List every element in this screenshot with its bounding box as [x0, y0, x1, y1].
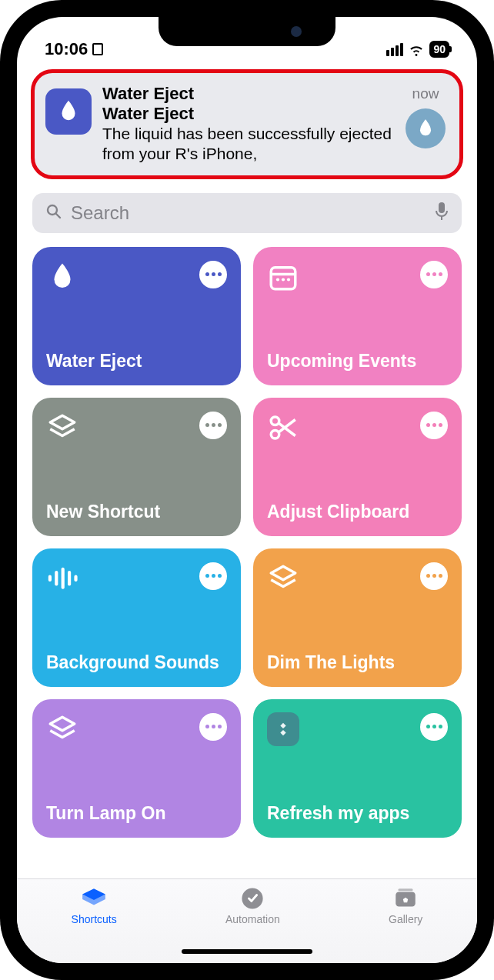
screen: 10:06 90 Wate — [17, 17, 477, 963]
status-right: 90 — [386, 41, 449, 58]
shortcut-tile-upcoming-events[interactable]: Upcoming Events — [253, 247, 462, 385]
tile-label: Dim The Lights — [267, 652, 448, 672]
layers-icon — [46, 713, 78, 745]
tab-gallery-label: Gallery — [389, 913, 422, 925]
tab-shortcuts[interactable]: Shortcuts — [72, 887, 117, 963]
more-button[interactable] — [420, 412, 448, 439]
tile-label: Upcoming Events — [267, 351, 448, 371]
tile-label: Refresh my apps — [267, 803, 448, 823]
tile-header — [267, 412, 448, 444]
notification-area: Water Eject Water Eject The liquid has b… — [17, 63, 477, 190]
soundwave-icon — [46, 562, 78, 595]
microphone-icon[interactable] — [434, 202, 449, 225]
notification-time: now — [412, 85, 439, 102]
svg-rect-16 — [68, 571, 71, 586]
tab-automation-label: Automation — [225, 913, 280, 925]
tile-label: New Shortcut — [46, 502, 227, 522]
shortcut-tile-water-eject[interactable]: Water Eject — [32, 247, 241, 385]
tile-label: Water Eject — [46, 351, 227, 371]
water-drop-icon — [406, 108, 446, 148]
svg-point-7 — [282, 278, 285, 281]
svg-rect-13 — [48, 575, 52, 581]
tab-gallery[interactable]: Gallery — [389, 887, 422, 963]
notification-title: Water Eject — [102, 104, 395, 124]
notification-message: The liquid has been successfully ejected… — [102, 124, 395, 165]
status-indicator-icon — [92, 43, 103, 55]
notification-app-icon — [45, 88, 92, 135]
notification-body: Water Eject Water Eject The liquid has b… — [102, 84, 395, 165]
shortcut-tile-background-sounds[interactable]: Background Sounds — [32, 548, 241, 687]
tab-shortcuts-label: Shortcuts — [72, 913, 117, 925]
scissors-icon — [267, 412, 299, 444]
search-icon — [45, 202, 63, 224]
notification-right: now — [406, 85, 446, 148]
gallery-tab-icon — [392, 887, 419, 910]
search-field[interactable]: Search — [32, 193, 462, 233]
more-button[interactable] — [199, 261, 227, 288]
svg-point-6 — [276, 278, 279, 281]
more-button[interactable] — [420, 261, 448, 288]
tile-header — [46, 713, 227, 745]
device-frame: 10:06 90 Wate — [0, 0, 494, 980]
more-button[interactable] — [199, 562, 227, 590]
svg-rect-20 — [399, 888, 413, 891]
svg-point-8 — [287, 278, 290, 281]
shortcut-tile-turn-lamp-on[interactable]: Turn Lamp On — [32, 699, 241, 838]
tile-header — [46, 261, 227, 293]
more-button[interactable] — [420, 713, 448, 741]
automation-tab-icon — [239, 887, 265, 910]
more-button[interactable] — [199, 412, 227, 439]
more-button[interactable] — [199, 713, 227, 741]
cellular-signal-icon — [386, 43, 403, 56]
shortcut-tile-adjust-clipboard[interactable]: Adjust Clipboard — [253, 398, 462, 536]
home-indicator[interactable] — [182, 949, 312, 954]
shortcuts-grid-area[interactable]: Water EjectUpcoming EventsNew ShortcutAd… — [17, 242, 477, 879]
tile-label: Turn Lamp On — [46, 803, 227, 823]
battery-level: 90 — [433, 43, 446, 55]
svg-line-1 — [56, 214, 60, 218]
tile-header — [267, 713, 448, 745]
status-left: 10:06 — [45, 39, 103, 59]
water-drop-icon — [46, 261, 78, 293]
tile-header — [267, 261, 448, 293]
notification-banner[interactable]: Water Eject Water Eject The liquid has b… — [31, 69, 463, 179]
status-time: 10:06 — [45, 39, 88, 59]
layers-icon — [46, 412, 78, 444]
svg-rect-14 — [55, 571, 58, 586]
shortcuts-tab-icon — [81, 887, 107, 910]
app-badge-icon — [267, 713, 299, 745]
search-area: Search — [17, 190, 477, 242]
shortcut-tile-dim-the-lights[interactable]: Dim The Lights — [253, 548, 462, 687]
calendar-icon — [267, 261, 299, 293]
svg-rect-17 — [74, 575, 77, 581]
svg-rect-2 — [439, 202, 445, 213]
shortcuts-grid: Water EjectUpcoming EventsNew ShortcutAd… — [32, 247, 462, 838]
tile-header — [46, 412, 227, 444]
notch — [159, 17, 335, 46]
battery-indicator: 90 — [429, 41, 449, 58]
wifi-icon — [408, 41, 425, 58]
svg-rect-15 — [62, 568, 65, 589]
notification-app-name: Water Eject — [102, 84, 395, 104]
shortcut-tile-new-shortcut[interactable]: New Shortcut — [32, 398, 241, 536]
more-button[interactable] — [420, 562, 448, 590]
tile-label: Background Sounds — [46, 652, 227, 672]
shortcut-tile-refresh-my-apps[interactable]: Refresh my apps — [253, 699, 462, 838]
tile-header — [267, 562, 448, 595]
search-placeholder: Search — [71, 202, 426, 224]
tile-label: Adjust Clipboard — [267, 502, 448, 522]
tile-header — [46, 562, 227, 595]
layers-icon — [267, 562, 299, 595]
